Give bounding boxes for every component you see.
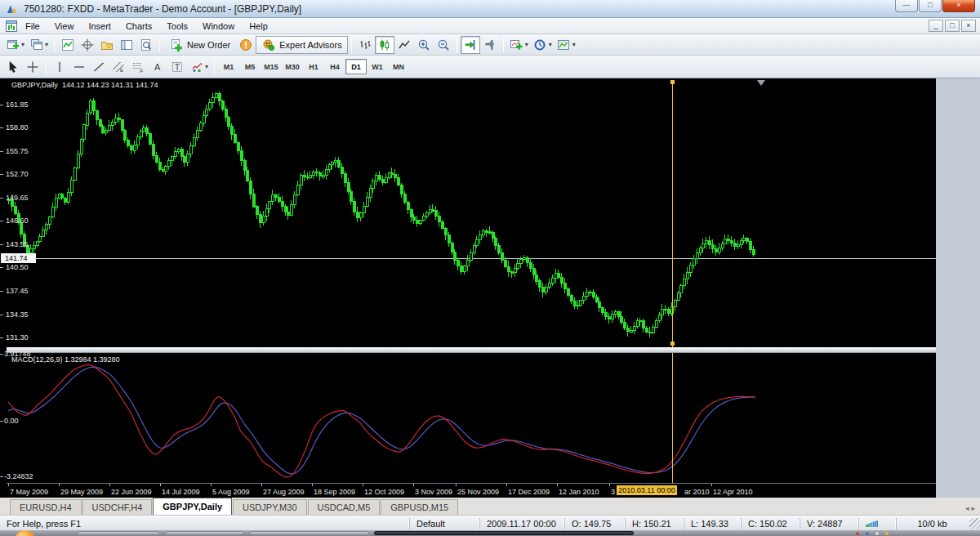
taskbar-button[interactable] (250, 531, 369, 535)
timeframe-m5[interactable]: M5 (239, 59, 261, 74)
toolbar-separator (54, 37, 55, 53)
profiles-button[interactable]: ▾ (27, 36, 51, 54)
new-order-button[interactable]: New Order (163, 36, 236, 54)
price-tick (0, 244, 3, 245)
timeframe-w1[interactable]: W1 (367, 59, 388, 74)
auto-scroll-button[interactable] (461, 36, 480, 54)
timeframe-m30[interactable]: M30 (282, 59, 303, 74)
timeframe-m15[interactable]: M15 (261, 59, 282, 74)
timeframe-m1[interactable]: M1 (218, 59, 239, 74)
mdi-restore-button[interactable]: □ (945, 20, 960, 32)
bar-chart-button[interactable] (355, 36, 375, 54)
indicators-button[interactable]: ▾ (507, 36, 531, 54)
macd-tick-label: 0.00 (4, 417, 19, 425)
macd-canvas[interactable] (7, 353, 936, 483)
minimize-button[interactable]: — (895, 0, 918, 12)
favorites-button[interactable] (97, 36, 117, 54)
chart-window-icon[interactable] (4, 19, 18, 33)
menu-bar: File View Insert Charts Tools Window Hel… (0, 18, 980, 34)
menu-help[interactable]: Help (242, 20, 275, 33)
price-tick (0, 105, 3, 105)
chevron-down-icon: ▾ (549, 41, 552, 48)
windows-taskbar[interactable] (0, 530, 980, 536)
zoom-out-button[interactable] (434, 36, 453, 54)
tab-gbpjpy-daily[interactable]: GBPJPY,Daily (153, 498, 232, 515)
crosshair-button[interactable] (78, 36, 97, 54)
taskbar-button[interactable] (166, 531, 243, 535)
crosshair-date-label: 2010.03.11 00:00 (617, 485, 677, 495)
tab-usdchf-h4[interactable]: USDCHF,H4 (82, 499, 153, 515)
macd-indicator-panel[interactable]: MACD(12,26,9) 1.32984 1.39280 (7, 353, 936, 483)
tab-usdcad-m5[interactable]: USDCAD,M5 (308, 499, 381, 515)
tray-icon[interactable] (875, 532, 879, 535)
tab-gbpusd-m15[interactable]: GBPUSD,M15 (381, 499, 458, 515)
line-chart-button[interactable] (394, 36, 414, 54)
resize-grip[interactable] (969, 518, 980, 529)
main-chart-panel[interactable]: GBPJPY,Daily 144.12 144.23 141.31 141.74 (7, 78, 936, 347)
window-title: 7501280: FXDD - MetaTrader - Demo Accoun… (24, 3, 301, 15)
data-window-button[interactable] (117, 36, 136, 54)
text-button[interactable]: A (148, 58, 167, 76)
taskbar-button-active[interactable] (374, 531, 634, 535)
crosshair-tool-button[interactable] (23, 58, 42, 76)
tray-icon[interactable] (856, 532, 859, 535)
time-axis[interactable]: 7 May 200929 May 200922 Jun 200914 Jul 2… (7, 483, 936, 498)
close-button[interactable]: × (942, 0, 975, 12)
chart-shift-button[interactable] (480, 36, 500, 54)
price-tick-label: 158.80 (6, 123, 29, 132)
tray-icon[interactable] (885, 532, 889, 535)
chart-shift-marker-icon[interactable] (757, 80, 765, 86)
candlestick-chart-button[interactable] (375, 36, 394, 54)
main-chart-canvas[interactable] (7, 78, 936, 347)
tray-icon[interactable] (866, 532, 869, 535)
fibonacci-button[interactable]: F (128, 58, 148, 76)
timeframe-h1[interactable]: H1 (303, 59, 324, 74)
chart-tab-bar: EURUSD,H4 USDCHF,H4 GBPJPY,Daily USDJPY,… (0, 498, 980, 516)
cursor-button[interactable] (3, 58, 23, 76)
arrows-button[interactable]: ▾ (187, 58, 211, 76)
text-label-button[interactable]: T (167, 58, 187, 76)
menu-window[interactable]: Window (195, 20, 242, 33)
date-tick (160, 484, 161, 486)
price-tick-label: 134.35 (6, 310, 29, 319)
price-tick-label: 152.70 (6, 170, 29, 178)
tab-scroll-left-icon[interactable]: ◂ (965, 504, 969, 512)
menu-insert[interactable]: Insert (81, 20, 118, 33)
chevron-down-icon: ▾ (45, 41, 48, 48)
vertical-line-button[interactable] (50, 58, 69, 76)
trendline-button[interactable] (89, 58, 109, 76)
timeframe-d1[interactable]: D1 (345, 59, 367, 74)
tab-eurusd-h4[interactable]: EURUSD,H4 (10, 499, 82, 515)
horizontal-line-button[interactable] (69, 58, 89, 76)
data-window-icon (120, 38, 134, 51)
date-label: 22 Jun 2009 (111, 488, 152, 496)
macd-tick (0, 354, 3, 355)
templates-button[interactable]: ▾ (555, 36, 578, 54)
tab-usdjpy-m30[interactable]: USDJPY,M30 (233, 499, 306, 515)
periods-button[interactable]: ▾ (531, 36, 555, 54)
maximize-button[interactable]: □ (919, 0, 942, 12)
tick-chart-button[interactable] (58, 36, 78, 54)
timeframe-mn[interactable]: MN (388, 59, 409, 74)
mdi-minimize-button[interactable]: _ (929, 20, 943, 32)
status-profile[interactable]: Default (409, 518, 479, 529)
menu-charts[interactable]: Charts (118, 20, 159, 33)
mdi-close-button[interactable]: × (961, 20, 976, 32)
menu-tools[interactable]: Tools (159, 20, 195, 33)
equidistant-channel-button[interactable]: E (109, 58, 128, 76)
taskbar-button[interactable] (78, 531, 159, 535)
timeframe-h4[interactable]: H4 (324, 59, 345, 74)
start-orb-icon[interactable] (15, 530, 36, 536)
expert-advisors-button[interactable]: Expert Advisors (256, 36, 347, 54)
alerts-button[interactable] (236, 36, 256, 54)
new-chart-button[interactable]: ▾ (3, 36, 27, 54)
strategy-tester-button[interactable] (136, 36, 156, 54)
macd-tick (0, 421, 3, 422)
title-bar[interactable]: 7501280: FXDD - MetaTrader - Demo Accoun… (0, 0, 980, 18)
tab-scroll-right-icon[interactable]: ▸ (971, 504, 975, 512)
menu-view[interactable]: View (47, 20, 82, 33)
menu-file[interactable]: File (18, 20, 47, 33)
macd-tick-label: -3.24832 (4, 472, 33, 480)
zoom-in-button[interactable] (414, 36, 434, 54)
panel-splitter[interactable] (7, 347, 936, 353)
